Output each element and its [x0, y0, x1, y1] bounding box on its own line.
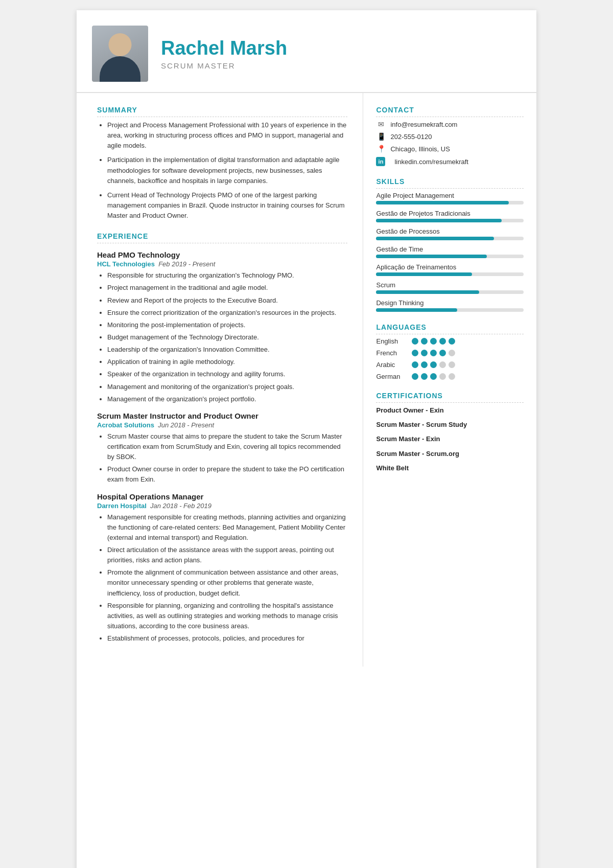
skill-item: Agile Project Management [376, 192, 524, 204]
summary-item: Current Head of Technology Projects PMO … [107, 190, 347, 221]
skill-bar-bg [376, 237, 524, 240]
summary-section: SUMMARY Project and Process Management P… [97, 106, 347, 221]
dot-filled [421, 338, 428, 345]
skills-list: Agile Project Management Gestão de Proje… [376, 192, 524, 312]
dot-filled [439, 350, 446, 356]
location-text: Chicago, Illinois, US [390, 145, 450, 153]
dot-filled [449, 338, 455, 345]
languages-section: LANGUAGES English French Arabic German [376, 323, 524, 380]
job-company-2: Acrobat Solutions Jun 2018 - Present [97, 421, 347, 429]
header-title: SCRUM MASTER [161, 61, 287, 70]
language-item: English [376, 337, 524, 345]
certification-item: White Belt [376, 464, 524, 473]
bullet: Scrum Master course that aims to prepare… [107, 431, 347, 462]
skill-item: Design Thinking [376, 299, 524, 312]
summary-item: Participation in the implementation of d… [107, 155, 347, 186]
dot-filled [412, 373, 418, 380]
certifications-title: CERTIFICATIONS [376, 392, 524, 403]
dot-empty [439, 361, 446, 368]
contact-title: CONTACT [376, 106, 524, 117]
header-name: Rachel Marsh [161, 37, 287, 59]
bullet: Direct articulation of the assistance ar… [107, 545, 347, 565]
bullet: Leadership of the organization's Innovat… [107, 345, 347, 355]
skill-bar-bg [376, 219, 524, 222]
contact-email: ✉ info@resumekraft.com [376, 120, 524, 128]
contact-linkedin: in linkedin.com/resumekraft [376, 157, 524, 166]
dot-filled [430, 338, 437, 345]
certifications-section: CERTIFICATIONS Product Owner - ExinScrum… [376, 392, 524, 473]
skills-title: SKILLS [376, 177, 524, 189]
bullet: Monitoring the post-implementation of pr… [107, 320, 347, 330]
language-name: English [376, 337, 412, 345]
job-title-2: Scrum Master Instructor and Product Owne… [97, 412, 347, 420]
skill-name: Gestão de Processos [376, 227, 524, 235]
company-name-2: Acrobat Solutions [97, 421, 154, 429]
dot-filled [430, 373, 437, 380]
avatar-body [100, 56, 140, 82]
bullet: Application of training in agile methodo… [107, 357, 347, 367]
certification-item: Scrum Master - Scrum Study [376, 420, 524, 429]
dot-empty [439, 373, 446, 380]
dot-empty [449, 361, 455, 368]
dot-empty [449, 373, 455, 380]
dot-filled [430, 361, 437, 368]
skill-bar-fill [376, 308, 457, 312]
skill-bar-bg [376, 290, 524, 294]
dot-filled [412, 350, 418, 356]
job-bullets-2: Scrum Master course that aims to prepare… [97, 431, 347, 485]
skill-bar-fill [376, 272, 472, 276]
dot-filled [412, 361, 418, 368]
dot-filled [430, 350, 437, 356]
content-area: SUMMARY Project and Process Management P… [77, 93, 536, 667]
language-name: German [376, 373, 412, 380]
skill-bar-fill [376, 290, 479, 294]
skill-item: Aplicação de Treinamentos [376, 263, 524, 276]
skill-bar-fill [376, 219, 501, 222]
bullet: Ensure the correct prioritization of the… [107, 308, 347, 318]
skill-bar-bg [376, 201, 524, 204]
skill-bar-fill [376, 255, 486, 258]
language-name: Arabic [376, 361, 412, 369]
skill-bar-bg [376, 272, 524, 276]
certification-item: Scrum Master - Scrum.org [376, 449, 524, 459]
skill-bar-bg [376, 308, 524, 312]
skill-item: Gestão de Projetos Tradicionais [376, 210, 524, 222]
skill-name: Gestão de Projetos Tradicionais [376, 210, 524, 217]
dot-filled [421, 373, 428, 380]
skills-section: SKILLS Agile Project Management Gestão d… [376, 177, 524, 312]
bullet: Management of the organization's project… [107, 394, 347, 404]
company-name-3: Darren Hospital [97, 502, 147, 510]
certifications-list: Product Owner - ExinScrum Master - Scrum… [376, 406, 524, 473]
job-title-1: Head PMO Technology [97, 250, 347, 259]
skill-bar-bg [376, 255, 524, 258]
bullet: Management and monitoring of the organiz… [107, 382, 347, 392]
summary-list: Project and Process Management Professio… [97, 120, 347, 221]
dot-filled [421, 350, 428, 356]
bullet: Product Owner course in order to prepare… [107, 464, 347, 485]
languages-list: English French Arabic German [376, 337, 524, 380]
linkedin-text: linkedin.com/resumekraft [394, 158, 468, 166]
language-dots [412, 373, 455, 380]
bullet: Promote the alignment of communication b… [107, 567, 347, 598]
resume-container: Rachel Marsh SCRUM MASTER SUMMARY Projec… [77, 10, 536, 868]
header-info: Rachel Marsh SCRUM MASTER [161, 37, 287, 70]
bullet: Speaker of the organization in technolog… [107, 369, 347, 379]
job-title-3: Hospital Operations Manager [97, 492, 347, 501]
skill-bar-fill [376, 201, 509, 204]
bullet: Responsible for planning, organizing and… [107, 601, 347, 631]
job-period-3: Jan 2018 - Feb 2019 [150, 502, 211, 510]
language-name: French [376, 349, 412, 357]
bullet: Establishment of processes, protocols, p… [107, 633, 347, 644]
header: Rachel Marsh SCRUM MASTER [77, 10, 536, 93]
language-item: Arabic [376, 361, 524, 369]
certification-item: Product Owner - Exin [376, 406, 524, 415]
bullet: Management responsible for creating meth… [107, 512, 347, 543]
skill-name: Scrum [376, 281, 524, 289]
dot-filled [412, 338, 418, 345]
summary-item: Project and Process Management Professio… [107, 120, 347, 151]
contact-phone: 📱 202-555-0120 [376, 132, 524, 141]
linkedin-icon: in [376, 157, 385, 166]
email-text: info@resumekraft.com [390, 121, 457, 128]
summary-title: SUMMARY [97, 106, 347, 117]
certification-item: Scrum Master - Exin [376, 435, 524, 444]
